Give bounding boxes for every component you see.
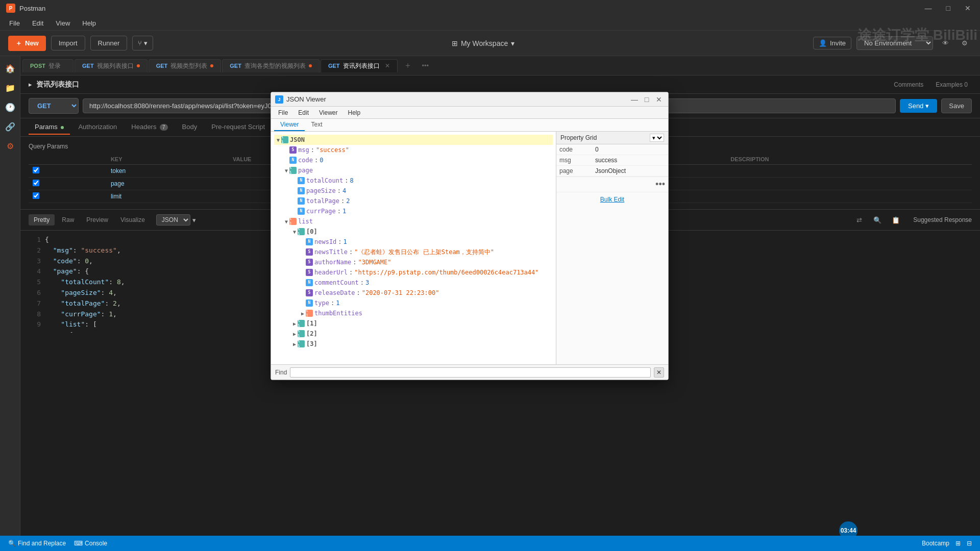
tree-headerurl-row[interactable]: S headerUrl : "https://p9.pstatp.com/thu… <box>299 267 553 278</box>
tab-get-query-type[interactable]: GET 查询各类型的视频列表 <box>222 59 320 72</box>
sidebar-icon-home[interactable]: 🏠 <box>2 60 18 77</box>
new-button[interactable]: ＋ New <box>8 36 46 51</box>
tree-item2-toggle[interactable]: ▶ <box>291 331 298 337</box>
tree-thumbentities-row[interactable]: ▶ [ ] thumbEntities <box>299 308 553 318</box>
jv-window-buttons: — □ ✕ <box>629 94 664 105</box>
tree-code-row[interactable]: N code : 0 <box>282 155 553 165</box>
tree-currpage-row[interactable]: N currPage : 1 <box>290 206 553 216</box>
tree-item0-row[interactable]: ▼ { } [0] <box>290 227 553 237</box>
tab-method: GET <box>82 63 94 69</box>
grid-button[interactable]: ⊞ <box>955 540 961 547</box>
format-select[interactable]: JSON XML HTML <box>156 214 190 226</box>
fork-button[interactable]: ⑂ ▾ <box>132 36 153 51</box>
tree-list-toggle[interactable]: ▼ <box>283 218 289 224</box>
console-button[interactable]: ⌨ Console <box>74 540 107 547</box>
tree-item0-toggle[interactable]: ▼ <box>291 229 298 235</box>
eye-button[interactable]: 👁 <box>938 36 952 51</box>
resp-tab-raw[interactable]: Raw <box>57 214 79 226</box>
bootcamp-button[interactable]: Bootcamp <box>922 540 949 547</box>
param-check-limit[interactable] <box>33 192 39 199</box>
sidebar-icon-link[interactable]: 🔗 <box>2 118 18 135</box>
tree-list-row[interactable]: ▼ [ ] list <box>282 216 553 227</box>
settings-button[interactable]: ⚙ <box>958 36 972 51</box>
tree-root-row[interactable]: ▼ { } JSON <box>274 135 553 145</box>
send-button[interactable]: Send ▾ <box>900 99 937 113</box>
req-tab-headers[interactable]: Headers 7 <box>125 120 174 135</box>
tree-page-row[interactable]: ▼ { } page <box>282 165 553 176</box>
menu-file[interactable]: File <box>4 18 25 28</box>
tree-releasedate-row[interactable]: S releaseDate : "2020-07-31 22:23:00" <box>299 288 553 298</box>
tree-totalcount-row[interactable]: N totalCount : 8 <box>290 176 553 186</box>
find-replace-button[interactable]: 🔍 Find and Replace <box>8 540 66 547</box>
jv-subtab-text[interactable]: Text <box>305 119 328 131</box>
menu-edit[interactable]: Edit <box>27 18 48 28</box>
tree-root-toggle[interactable]: ▼ <box>275 137 281 143</box>
tree-msg-row[interactable]: S msg : "success" <box>282 145 553 155</box>
runner-button[interactable]: Runner <box>90 36 128 51</box>
tab-get-video-type[interactable]: GET 视频类型列表 <box>149 59 222 72</box>
more-tabs-button[interactable]: ••• <box>418 60 433 71</box>
maximize-button[interactable]: □ <box>943 3 953 13</box>
invite-button[interactable]: 👤 Invite <box>813 37 851 49</box>
menu-help[interactable]: Help <box>77 18 101 28</box>
req-tab-auth[interactable]: Authorization <box>72 120 123 135</box>
search-button[interactable]: 🔍 <box>870 213 885 227</box>
sidebar-icon-folder[interactable]: 📁 <box>2 80 18 96</box>
jv-find-clear-button[interactable]: ✕ <box>654 367 664 378</box>
tree-newstitle-row[interactable]: S newsTitle : "《忍者蛙》发售日公布 已上架Steam，支持简中" <box>299 247 553 257</box>
param-check-page[interactable] <box>33 180 39 186</box>
layout-button[interactable]: ⊟ <box>967 540 972 547</box>
sidebar-icon-history[interactable]: 🕐 <box>2 99 18 115</box>
examples-button[interactable]: Examples 0 <box>932 80 972 89</box>
jv-close-button[interactable]: ✕ <box>654 94 664 105</box>
req-tab-pre-request[interactable]: Pre-request Script <box>205 120 271 135</box>
tree-item2-row[interactable]: ▶ { } [2] <box>290 329 553 339</box>
tree-thumbentities-toggle[interactable]: ▶ <box>300 310 306 316</box>
add-tab-button[interactable]: ＋ <box>399 58 417 73</box>
req-tab-params[interactable]: Params <box>29 120 70 135</box>
tab-get-news-list[interactable]: GET 资讯列表接口 ✕ <box>321 59 398 72</box>
save-button[interactable]: Save <box>941 98 972 113</box>
method-select[interactable]: GET POST PUT DELETE <box>29 98 79 114</box>
tree-pagesize-row[interactable]: N pageSize : 4 <box>290 186 553 196</box>
copy-button[interactable]: 📋 <box>889 213 903 227</box>
environment-select[interactable]: No Environment <box>856 36 933 50</box>
tab-post-login[interactable]: POST 登录 <box>22 59 74 72</box>
prop-more-icon[interactable]: ••• <box>655 179 665 190</box>
jv-subtab-viewer[interactable]: Viewer <box>274 119 305 131</box>
jv-menu-viewer[interactable]: Viewer <box>315 108 341 117</box>
minimize-button[interactable]: — <box>922 3 935 13</box>
tree-commentcount-row[interactable]: N commentCount : 3 <box>299 278 553 288</box>
tab-close-button[interactable]: ✕ <box>385 62 390 69</box>
resp-tab-preview[interactable]: Preview <box>81 214 113 226</box>
tree-authorname-row[interactable]: S authorName : "3DMGAME" <box>299 257 553 267</box>
workspace-button[interactable]: ⊞ My Workspace ▾ <box>448 37 519 49</box>
close-button[interactable]: ✕ <box>962 3 974 13</box>
tree-newsid-row[interactable]: N newsId : 1 <box>299 237 553 247</box>
jv-menu-file[interactable]: File <box>274 108 292 117</box>
jv-find-input[interactable] <box>290 367 651 378</box>
menu-view[interactable]: View <box>51 18 75 28</box>
tree-item3-row[interactable]: ▶ { } [3] <box>290 339 553 349</box>
param-check-token[interactable] <box>33 167 39 173</box>
sidebar-icon-settings[interactable]: ⚙ <box>2 138 18 154</box>
bulk-edit-button[interactable]: Bulk Edit <box>600 196 624 203</box>
tree-type-row[interactable]: N type : 1 <box>299 298 553 308</box>
jv-minimize-button[interactable]: — <box>629 94 640 105</box>
jv-prop-select[interactable]: ▾ <box>650 134 664 142</box>
tree-totalpage-row[interactable]: N totalPage : 2 <box>290 196 553 206</box>
resp-tab-pretty[interactable]: Pretty <box>29 214 55 226</box>
tree-page-toggle[interactable]: ▼ <box>283 167 289 173</box>
jv-maximize-button[interactable]: □ <box>642 94 652 105</box>
jv-menu-edit[interactable]: Edit <box>294 108 313 117</box>
wrap-button[interactable]: ⇄ <box>852 213 866 227</box>
tree-item1-row[interactable]: ▶ { } [1] <box>290 318 553 329</box>
tree-item3-toggle[interactable]: ▶ <box>291 341 298 347</box>
comments-button[interactable]: Comments <box>890 80 927 89</box>
jv-menu-help[interactable]: Help <box>344 108 365 117</box>
resp-tab-visualize[interactable]: Visualize <box>115 214 150 226</box>
tab-get-video-list[interactable]: GET 视频列表接口 <box>75 59 148 72</box>
import-button[interactable]: Import <box>51 36 85 51</box>
req-tab-body[interactable]: Body <box>176 120 204 135</box>
tree-item1-toggle[interactable]: ▶ <box>291 320 298 327</box>
